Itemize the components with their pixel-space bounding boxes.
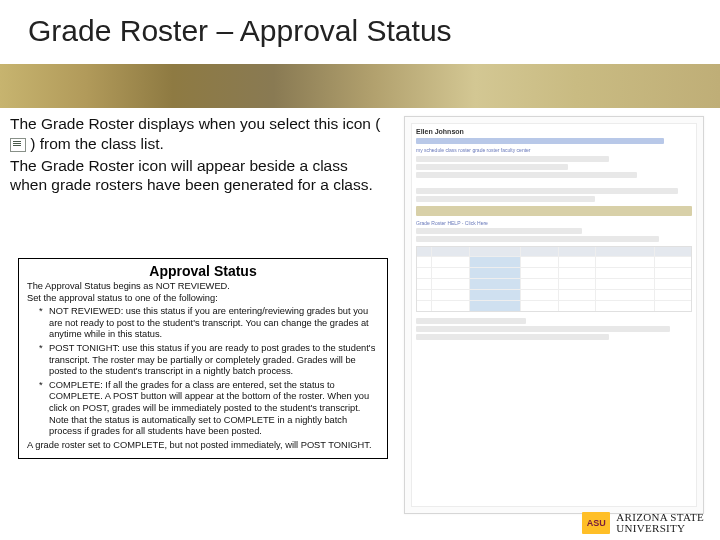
ss-help-bar [416,206,692,216]
ss-user-name: Ellen Johnson [416,128,692,135]
table-row [417,278,691,289]
intro-line2: The Grade Roster icon will appear beside… [10,157,373,194]
ss-table-header [417,247,691,256]
slide-title: Grade Roster – Approval Status [28,14,452,48]
ss-tabs [416,138,664,144]
grade-roster-icon [10,138,26,152]
asu-logo: ARIZONA STATE UNIVERSITY [582,512,704,534]
table-row [417,289,691,300]
table-row [417,300,691,311]
box-body: The Approval Status begins as NOT REVIEW… [19,281,387,458]
box-heading: Approval Status [19,259,387,281]
box-footer: A grade roster set to COMPLETE, but not … [27,440,379,452]
ss-tabs-text: my schedule class roster grade roster fa… [416,147,692,153]
intro-part2: ) from the class list. [30,135,164,152]
decorative-banner [0,64,720,108]
bullet-post-tonight: POST TONIGHT: use this status if you are… [39,343,379,378]
asu-logo-mark-icon [582,512,610,534]
bullet-complete: COMPLETE: If all the grades for a class … [39,380,379,438]
box-line2: Set the approval status to one of the fo… [27,293,379,305]
intro-part1: The Grade Roster displays when you selec… [10,115,380,132]
box-line1: The Approval Status begins as NOT REVIEW… [27,281,379,293]
body-text: The Grade Roster displays when you selec… [10,114,388,195]
ss-help-text: Grade Roster HELP - Click Here [416,220,692,226]
approval-status-box: Approval Status The Approval Status begi… [18,258,388,459]
asu-logo-text: ARIZONA STATE UNIVERSITY [616,512,704,534]
table-row [417,256,691,267]
bullet-not-reviewed: NOT REVIEWED: use this status if you are… [39,306,379,341]
embedded-screenshot: Ellen Johnson my schedule class roster g… [404,116,704,514]
ss-grade-table [416,246,692,312]
table-row [417,267,691,278]
logo-line2: UNIVERSITY [616,523,704,534]
